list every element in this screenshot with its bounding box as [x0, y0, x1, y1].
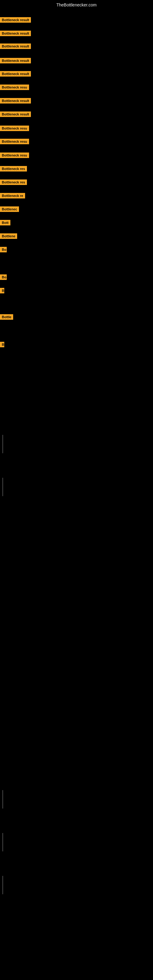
bottleneck-badge-1: Bottleneck result [0, 17, 31, 23]
bottleneck-badge-10: Bottleneck resu [0, 139, 29, 144]
bottleneck-badge-17: Bottlene [0, 233, 17, 239]
bottleneck-badge-6: Bottleneck resu [0, 84, 29, 90]
bottleneck-badge-2: Bottleneck result [0, 30, 31, 36]
bottleneck-badge-15: Bottlenec [0, 207, 19, 212]
bottleneck-badge-20: B [0, 288, 4, 293]
vertical-line-5 [2, 876, 3, 894]
bottleneck-badge-14: Bottleneck re [0, 193, 25, 199]
bottleneck-badge-19: Bo [0, 274, 7, 280]
bottleneck-badge-5: Bottleneck result [0, 71, 31, 76]
bottleneck-badge-8: Bottleneck result [0, 111, 31, 117]
bottleneck-badge-22: B [0, 342, 4, 347]
bottleneck-badge-18: Bo [0, 247, 7, 252]
bottleneck-badge-7: Bottleneck result [0, 98, 31, 103]
bottleneck-badge-21: Bottle [0, 314, 13, 320]
bottleneck-badge-16: Bott [0, 220, 10, 225]
bottleneck-badge-4: Bottleneck result [0, 58, 31, 64]
vertical-line-4 [2, 833, 3, 851]
bottleneck-badge-3: Bottleneck result [0, 43, 31, 49]
vertical-line-3 [2, 790, 3, 808]
vertical-line-2 [2, 478, 3, 496]
bottleneck-badge-11: Bottleneck resu [0, 153, 29, 158]
bottleneck-badge-13: Bottleneck res [0, 180, 27, 185]
site-title: TheBottlenecker.com [0, 0, 153, 10]
vertical-line-1 [2, 435, 3, 453]
bottleneck-badge-12: Bottleneck res [0, 166, 27, 172]
bottleneck-badge-9: Bottleneck resu [0, 126, 29, 131]
